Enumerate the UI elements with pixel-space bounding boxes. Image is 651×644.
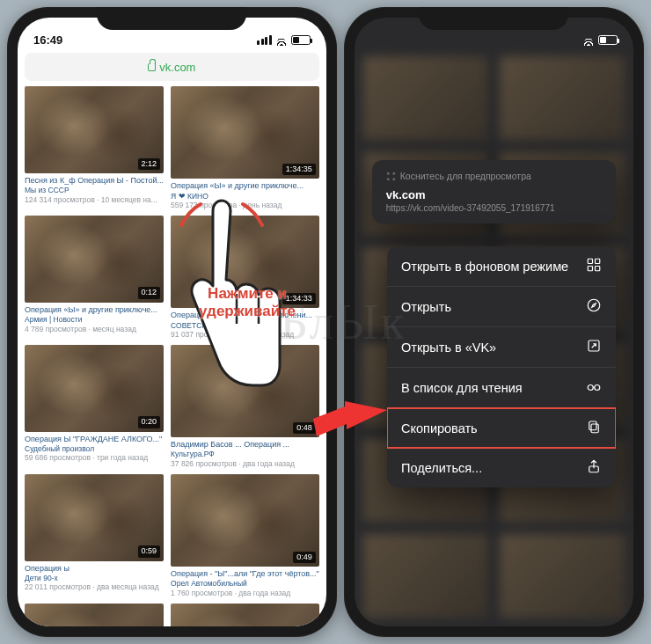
svg-rect-8 bbox=[588, 267, 592, 271]
video-meta: 59 686 просмотров · три года назад bbox=[25, 453, 164, 463]
video-meta: 91 037 просмотров · три года назад bbox=[171, 330, 319, 340]
video-title: Операция - "Ы"...али "Где этот чёртов...… bbox=[171, 569, 319, 579]
menu-label: Скопировать bbox=[401, 421, 478, 435]
callout-text: Нажмите иудерживайте bbox=[190, 285, 304, 319]
share-icon bbox=[586, 458, 602, 477]
duration-badge: 0:49 bbox=[293, 552, 316, 563]
video-channel: Мы из СССР bbox=[25, 186, 164, 195]
svg-point-4 bbox=[387, 178, 389, 179]
grid-icon bbox=[586, 257, 602, 275]
menu-label: Открыть bbox=[401, 300, 451, 314]
video-channel: Культура.РФ bbox=[171, 450, 319, 459]
duration-badge: 2:12 bbox=[138, 158, 161, 170]
video-thumbnail[interactable]: 0:12 bbox=[171, 604, 319, 626]
video-card[interactable]: 1:34:33 Операция «Ы» и другие приключени… bbox=[171, 216, 319, 340]
video-meta: 124 314 просмотров · 10 месяцев на... bbox=[25, 195, 164, 205]
link-preview-card[interactable]: Коснитесь для предпросмотра vk.com https… bbox=[372, 160, 616, 223]
battery-icon bbox=[598, 35, 618, 45]
video-channel: Орел Автомобильный bbox=[171, 579, 319, 589]
svg-point-10 bbox=[588, 299, 600, 311]
video-card[interactable]: 0:12 Отрывок из "Операция Ы" и други... … bbox=[171, 604, 319, 626]
video-channel: Дети 90-х bbox=[25, 574, 164, 583]
phone-right: 16:50 Коснитесь для предпросмотра vk.com… bbox=[344, 7, 644, 637]
compass-icon bbox=[586, 297, 602, 316]
status-icons bbox=[257, 33, 311, 46]
svg-point-5 bbox=[393, 178, 395, 179]
menu-item-share[interactable]: Поделиться... bbox=[387, 448, 616, 487]
svg-rect-6 bbox=[588, 259, 592, 263]
duration-badge: 0:59 bbox=[138, 545, 161, 557]
copy-icon bbox=[586, 419, 602, 437]
video-title: Операция Ы "ГРАЖДАНЕ АЛКОГО..." bbox=[25, 435, 164, 444]
video-channel: СОВЕТСКИЙ СОЮЗ bbox=[171, 321, 319, 331]
video-meta: 559 173 просмотра · день назад bbox=[171, 201, 319, 210]
video-meta: 22 011 просмотров · два месяца назад bbox=[25, 582, 164, 592]
preview-url: https://vk.com/video-37492055_171916771 bbox=[386, 203, 602, 213]
preview-host: vk.com bbox=[386, 188, 602, 201]
duration-badge: 0:12 bbox=[138, 287, 161, 298]
notch bbox=[419, 7, 568, 30]
video-channel: Армия | Новости bbox=[25, 315, 164, 325]
menu-item-grid[interactable]: Открыть в фоновом режиме bbox=[387, 246, 616, 287]
svg-rect-7 bbox=[596, 259, 600, 263]
menu-item-copy[interactable]: Скопировать bbox=[387, 407, 616, 449]
menu-label: Открыть в фоновом режиме bbox=[401, 260, 568, 274]
svg-marker-18 bbox=[313, 401, 387, 436]
svg-point-2 bbox=[387, 172, 389, 174]
video-thumbnail[interactable]: 2:12 bbox=[25, 86, 164, 173]
svg-rect-16 bbox=[589, 421, 596, 430]
glasses-icon bbox=[586, 378, 602, 397]
svg-rect-15 bbox=[591, 424, 598, 433]
menu-label: Поделиться... bbox=[401, 461, 482, 475]
preview-hint: Коснитесь для предпросмотра bbox=[386, 171, 602, 181]
menu-label: Открыть в «VK» bbox=[401, 340, 496, 355]
wifi-icon bbox=[582, 33, 595, 46]
video-card[interactable]: 1:34:35 Операция «Ы» и другие приключе..… bbox=[171, 86, 319, 210]
lock-icon bbox=[148, 63, 156, 71]
video-card[interactable]: 0:12 Операция «Ы» и другие приключе... А… bbox=[25, 216, 164, 340]
video-card[interactable]: 2:12 Песня из К_ф Операция Ы - Постой...… bbox=[25, 86, 164, 210]
svg-point-14 bbox=[595, 385, 600, 391]
video-channel: Я ❤ КИНО bbox=[171, 192, 319, 201]
video-grid: 2:12 Песня из К_ф Операция Ы - Постой...… bbox=[18, 86, 326, 626]
svg-point-13 bbox=[588, 385, 593, 391]
video-card[interactable]: 1:00 Операция "Ы" татарча Иң шәп татарча… bbox=[25, 604, 164, 626]
video-card[interactable]: 0:59 Операция ы Дети 90-х 22 011 просмот… bbox=[25, 474, 164, 598]
screen-right: 16:50 Коснитесь для предпросмотра vk.com… bbox=[355, 18, 633, 626]
video-thumbnail[interactable]: 0:20 bbox=[25, 345, 164, 432]
video-thumbnail[interactable]: 0:49 bbox=[171, 474, 319, 567]
wifi-icon bbox=[275, 33, 288, 46]
video-thumbnail[interactable]: 0:59 bbox=[25, 474, 164, 561]
open-ext-icon bbox=[586, 338, 602, 356]
svg-point-3 bbox=[393, 172, 395, 174]
video-meta: 37 826 просмотров · два года назад bbox=[171, 459, 319, 469]
video-title: Операция ы bbox=[25, 564, 164, 574]
menu-item-open-ext[interactable]: Открыть в «VK» bbox=[387, 327, 616, 368]
video-card[interactable]: 0:49 Операция - "Ы"...али "Где этот чёрт… bbox=[171, 474, 319, 598]
video-thumbnail[interactable]: 1:00 bbox=[25, 604, 164, 626]
signal-icon bbox=[257, 35, 272, 45]
duration-badge: 1:34:35 bbox=[282, 164, 316, 175]
menu-label: В список для чтения bbox=[401, 381, 523, 395]
menu-item-glasses[interactable]: В список для чтения bbox=[387, 368, 616, 408]
svg-marker-11 bbox=[592, 304, 596, 308]
notch bbox=[97, 7, 246, 30]
video-thumbnail[interactable]: 1:34:35 bbox=[171, 86, 319, 179]
video-thumbnail[interactable]: 0:12 bbox=[25, 216, 164, 303]
menu-item-compass[interactable]: Открыть bbox=[387, 287, 616, 327]
battery-icon bbox=[291, 35, 311, 45]
video-card[interactable]: 0:48 Владимир Басов ... Операция ... Кул… bbox=[171, 345, 319, 469]
clock: 16:49 bbox=[33, 33, 62, 47]
red-arrow-icon bbox=[310, 399, 389, 443]
video-thumbnail[interactable]: 0:48 bbox=[171, 345, 319, 437]
svg-rect-9 bbox=[596, 267, 600, 271]
video-meta: 4 789 просмотров · месяц назад bbox=[25, 325, 164, 334]
phone-left: 16:49 vk.com 2:12 Песня из К_ф Операция … bbox=[7, 7, 337, 637]
context-menu: Открыть в фоновом режимеОткрытьОткрыть в… bbox=[387, 246, 616, 487]
screen-left: 16:49 vk.com 2:12 Песня из К_ф Операция … bbox=[18, 18, 326, 626]
video-card[interactable]: 0:20 Операция Ы "ГРАЖДАНЕ АЛКОГО..." Суд… bbox=[25, 345, 164, 469]
video-channel: Судебный произвол bbox=[25, 444, 164, 454]
video-title: Операция «Ы» и другие приключе... bbox=[25, 305, 164, 315]
video-title: Операция «Ы» и другие приключе... bbox=[171, 181, 319, 191]
address-bar[interactable]: vk.com bbox=[25, 53, 319, 81]
